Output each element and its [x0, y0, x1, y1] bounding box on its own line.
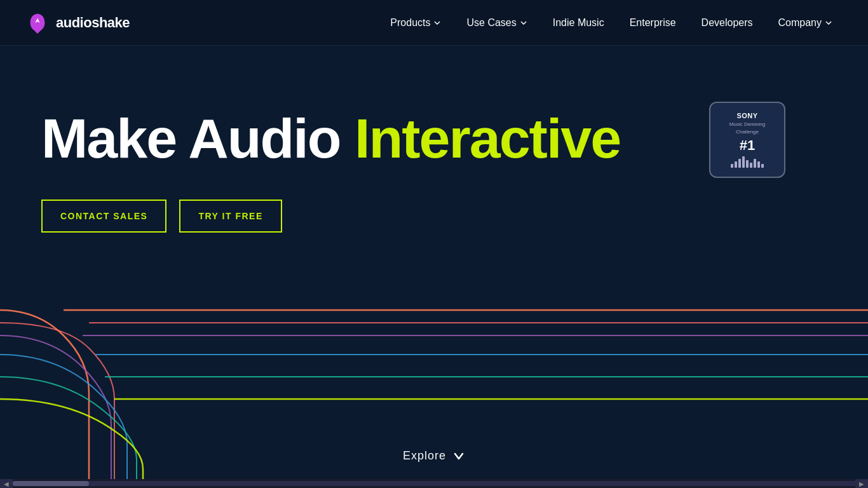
down-arrow-icon: [452, 450, 465, 463]
bar-6: [750, 163, 752, 168]
scrollbar-track[interactable]: [13, 481, 855, 486]
bar-1: [731, 164, 733, 168]
nav-item-products[interactable]: Products: [380, 12, 451, 34]
explore-section[interactable]: Explore: [403, 449, 465, 463]
hero-heading-white: Make Audio: [41, 107, 355, 170]
bar-2: [735, 161, 737, 168]
bar-5: [746, 160, 749, 168]
logo-text: audioshake: [56, 15, 130, 31]
nav-links: Products Use Cases Indie Music Enterpris…: [380, 12, 843, 34]
horizontal-scrollbar[interactable]: ◀ ▶: [0, 479, 868, 488]
navbar: audioshake Products Use Cases Indie Musi…: [0, 0, 868, 46]
hero-section: Make Audio Interactive CONTACT SALES TRY…: [0, 0, 868, 488]
nav-link-developers[interactable]: Developers: [691, 12, 763, 34]
nav-link-enterprise[interactable]: Enterprise: [620, 12, 686, 34]
hero-buttons: CONTACT SALES TRY IT FREE: [41, 200, 827, 233]
sony-badge-bars: [731, 156, 764, 168]
explore-text: Explore: [403, 449, 446, 463]
scroll-left-arrow[interactable]: ◀: [0, 479, 13, 488]
bar-3: [738, 159, 741, 168]
chevron-down-icon-2: [520, 19, 527, 27]
nav-item-use-cases[interactable]: Use Cases: [456, 12, 537, 34]
sony-badge-subtitle1: Music Demixing: [729, 121, 765, 128]
bar-8: [757, 161, 760, 168]
sony-badge-rank: #1: [740, 137, 755, 154]
scrollbar-thumb[interactable]: [13, 481, 89, 486]
bar-7: [754, 159, 756, 168]
hero-heading-accent: Interactive: [355, 107, 620, 170]
nav-item-developers[interactable]: Developers: [691, 12, 763, 34]
sony-badge-title: SONY: [736, 112, 757, 120]
nav-link-products[interactable]: Products: [380, 12, 451, 34]
nav-link-indie-music[interactable]: Indie Music: [543, 12, 614, 34]
contact-sales-button[interactable]: CONTACT SALES: [41, 200, 166, 233]
bar-4: [742, 156, 745, 168]
sony-badge-subtitle2: Challenge: [736, 129, 759, 135]
nav-item-indie-music[interactable]: Indie Music: [543, 12, 614, 34]
scroll-right-arrow[interactable]: ▶: [855, 479, 868, 488]
sony-badge: SONY Music Demixing Challenge #1: [709, 102, 785, 178]
chevron-down-icon-3: [825, 19, 832, 27]
logo-icon: [25, 11, 50, 35]
bar-9: [761, 164, 764, 168]
nav-item-enterprise[interactable]: Enterprise: [620, 12, 686, 34]
logo-link[interactable]: audioshake: [25, 11, 130, 35]
nav-link-company[interactable]: Company: [768, 12, 843, 34]
explore-label: Explore: [403, 449, 465, 463]
nav-item-company[interactable]: Company: [768, 12, 843, 34]
try-free-button[interactable]: TRY IT FREE: [179, 200, 281, 233]
nav-link-use-cases[interactable]: Use Cases: [456, 12, 537, 34]
chevron-down-icon: [433, 19, 441, 27]
